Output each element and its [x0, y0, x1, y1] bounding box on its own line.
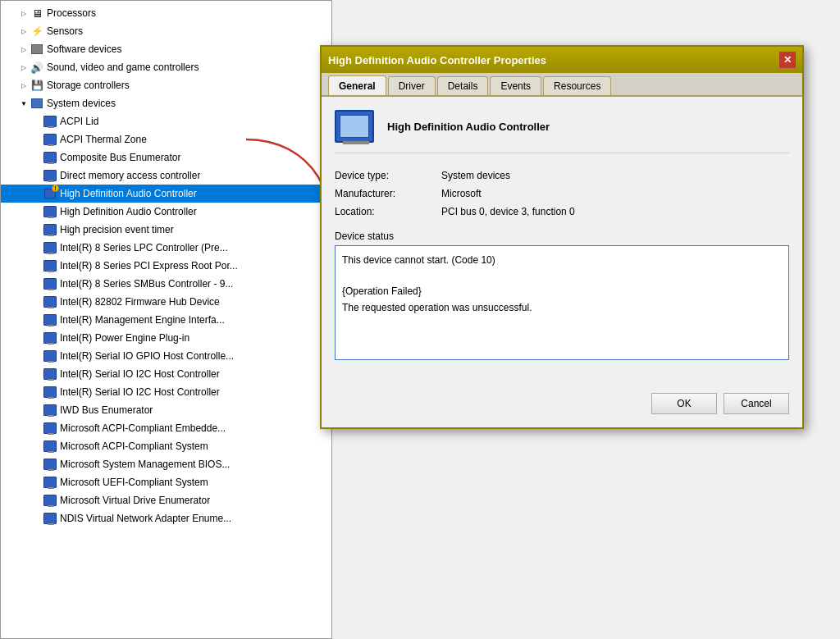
dialog-footer: OK Cancel [322, 386, 802, 427]
tree-item-acpi-thermal[interactable]: ACPI Thermal Zone [1, 130, 331, 148]
tab-resources[interactable]: Resources [543, 76, 611, 95]
tree-item-intel-i2c1[interactable]: Intel(R) Serial IO I2C Host Controller [1, 365, 331, 383]
dialog-titlebar: High Definition Audio Controller Propert… [322, 47, 802, 73]
location-label: Location: [335, 206, 441, 217]
intel-power-icon [43, 331, 57, 345]
tree-item-intel-pci[interactable]: Intel(R) 8 Series PCI Express Root Por..… [1, 257, 331, 275]
processors-icon: 🖥 [30, 7, 43, 20]
tree-item-software-devices[interactable]: ▷ Software devices [1, 40, 331, 58]
prop-location-row: Location: PCI bus 0, device 3, function … [335, 206, 789, 217]
ndis-virtual-icon [43, 512, 57, 525]
intel-i2c2-label: Intel(R) Serial IO I2C Host Controller [60, 386, 220, 398]
hd-audio-icon [43, 205, 57, 218]
tree-item-intel-serial-gpio[interactable]: Intel(R) Serial IO GPIO Host Controlle..… [1, 347, 331, 365]
processors-label: Processors [47, 7, 96, 19]
storage-label: Storage controllers [47, 80, 130, 91]
composite-bus-label: Composite Bus Enumerator [60, 152, 180, 163]
dialog-close-button[interactable]: ✕ [779, 52, 796, 68]
tree-item-ms-system-mgmt[interactable]: Microsoft System Management BIOS... [1, 455, 331, 473]
tree-item-hd-audio[interactable]: High Definition Audio Controller [1, 203, 331, 221]
intel-serial-gpio-label: Intel(R) Serial IO GPIO Host Controlle..… [60, 350, 234, 362]
tree-item-intel-smbus[interactable]: Intel(R) 8 Series SMBus Controller - 9..… [1, 275, 331, 293]
high-precision-icon [43, 223, 57, 236]
tree-item-direct-memory[interactable]: Direct memory access controller [1, 167, 331, 185]
tree-item-high-precision[interactable]: High precision event timer [1, 221, 331, 239]
intel-power-label: Intel(R) Power Engine Plug-in [60, 332, 189, 344]
tree-item-ms-virtual-drive[interactable]: Microsoft Virtual Drive Enumerator [1, 491, 331, 509]
device-screen [340, 115, 369, 138]
system-devices-icon [30, 97, 43, 110]
tree-item-ms-uefi[interactable]: Microsoft UEFI-Compliant System [1, 473, 331, 491]
tree-item-processors[interactable]: ▷ 🖥 Processors [1, 4, 331, 22]
iwd-bus-icon [43, 404, 57, 417]
tree-item-ms-acpi-embedded[interactable]: Microsoft ACPI-Compliant Embedde... [1, 419, 331, 437]
expand-sound-video[interactable]: ▷ [17, 61, 30, 74]
ms-uefi-label: Microsoft UEFI-Compliant System [60, 477, 208, 488]
tree-item-sensors[interactable]: ▷ ⚡ Sensors [1, 22, 331, 40]
tree-item-hd-audio-warn[interactable]: ! High Definition Audio Controller [1, 185, 331, 203]
ok-button[interactable]: OK [651, 393, 717, 414]
intel-mgmt-icon [43, 313, 57, 326]
acpi-lid-label: ACPI Lid [60, 116, 98, 127]
intel-i2c1-icon [43, 367, 57, 381]
intel-pci-icon [43, 259, 57, 272]
tree-item-ms-acpi-system[interactable]: Microsoft ACPI-Compliant System [1, 437, 331, 455]
expand-system-devices[interactable]: ▼ [17, 97, 30, 110]
dialog-title: High Definition Audio Controller Propert… [328, 54, 546, 66]
intel-i2c1-label: Intel(R) Serial IO I2C Host Controller [60, 368, 220, 380]
prop-manufacturer-row: Manufacturer: Microsoft [335, 188, 789, 199]
expand-software-devices[interactable]: ▷ [17, 43, 30, 56]
intel-serial-gpio-icon [43, 349, 57, 363]
tree-item-intel-lpc[interactable]: Intel(R) 8 Series LPC Controller (Pre... [1, 239, 331, 257]
tree-item-storage[interactable]: ▷ 💾 Storage controllers [1, 76, 331, 94]
sound-video-label: Sound, video and game controllers [47, 62, 199, 73]
tree-item-iwd-bus[interactable]: IWD Bus Enumerator [1, 401, 331, 419]
expand-storage[interactable]: ▷ [17, 79, 30, 92]
expand-processors[interactable]: ▷ [17, 7, 30, 20]
tab-driver[interactable]: Driver [388, 76, 436, 95]
tree-item-composite-bus[interactable]: Composite Bus Enumerator [1, 148, 331, 167]
tree-item-intel-i2c2[interactable]: Intel(R) Serial IO I2C Host Controller [1, 383, 331, 401]
intel-lpc-label: Intel(R) 8 Series LPC Controller (Pre... [60, 242, 228, 253]
hd-audio-warn-icon: ! [43, 187, 57, 200]
tab-details[interactable]: Details [437, 76, 489, 95]
intel-mgmt-label: Intel(R) Management Engine Interfa... [60, 314, 225, 326]
properties-table: Device type: System devices Manufacturer… [335, 170, 789, 217]
device-type-label: Device type: [335, 170, 441, 181]
tree-item-intel-power[interactable]: Intel(R) Power Engine Plug-in [1, 329, 331, 347]
ms-acpi-embedded-icon [43, 422, 57, 435]
acpi-lid-icon [43, 115, 57, 128]
ms-system-mgmt-icon [43, 458, 57, 471]
sensors-label: Sensors [47, 25, 83, 37]
ms-acpi-embedded-label: Microsoft ACPI-Compliant Embedde... [60, 422, 226, 434]
tree-item-ndis-virtual[interactable]: NDIS Virtual Network Adapter Enume... [1, 509, 331, 527]
intel-smbus-icon [43, 277, 57, 290]
manufacturer-label: Manufacturer: [335, 188, 441, 199]
device-status-box[interactable]: This device cannot start. (Code 10) {Ope… [335, 245, 789, 360]
manufacturer-value: Microsoft [441, 188, 482, 199]
cancel-button[interactable]: Cancel [724, 393, 789, 414]
tree-item-acpi-lid[interactable]: ACPI Lid [1, 112, 331, 130]
tab-general[interactable]: General [328, 75, 386, 95]
intel-firmware-label: Intel(R) 82802 Firmware Hub Device [60, 296, 220, 308]
dialog-body: High Definition Audio Controller Device … [322, 97, 802, 386]
ms-uefi-icon [43, 476, 57, 489]
ms-acpi-system-icon [43, 440, 57, 453]
ndis-virtual-label: NDIS Virtual Network Adapter Enume... [60, 513, 231, 524]
software-devices-label: Software devices [47, 43, 121, 55]
location-value: PCI bus 0, device 3, function 0 [441, 206, 575, 217]
expand-sensors[interactable]: ▷ [17, 25, 30, 38]
tree-item-intel-firmware[interactable]: Intel(R) 82802 Firmware Hub Device [1, 293, 331, 311]
tree-item-sound-video[interactable]: ▷ 🔊 Sound, video and game controllers [1, 58, 331, 76]
direct-memory-icon [43, 169, 57, 182]
tree-item-intel-mgmt[interactable]: Intel(R) Management Engine Interfa... [1, 311, 331, 329]
tab-events[interactable]: Events [490, 76, 541, 95]
intel-firmware-icon [43, 295, 57, 308]
hd-audio-label: High Definition Audio Controller [60, 206, 197, 217]
tree-item-system-devices[interactable]: ▼ System devices [1, 94, 331, 112]
acpi-thermal-icon [43, 133, 57, 146]
iwd-bus-label: IWD Bus Enumerator [60, 404, 153, 416]
ms-virtual-drive-label: Microsoft Virtual Drive Enumerator [60, 495, 210, 506]
status-section-label: Device status [335, 230, 789, 242]
dialog-tabs: General Driver Details Events Resources [322, 73, 802, 97]
